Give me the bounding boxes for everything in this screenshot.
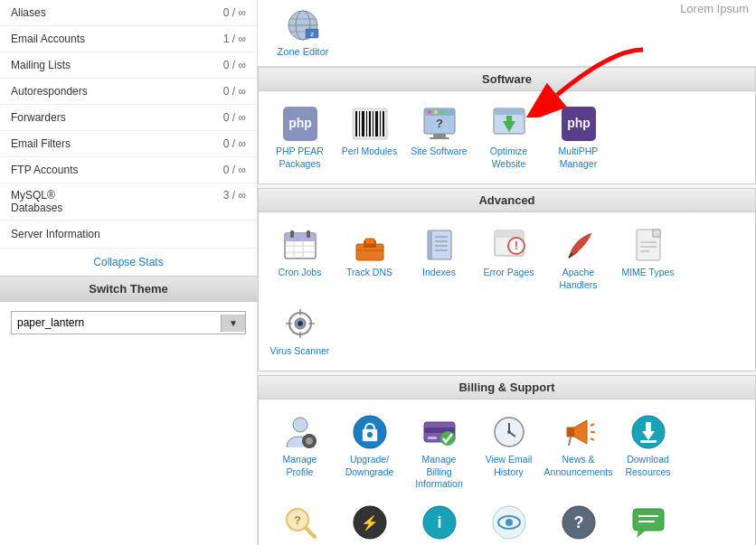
svg-line-95 <box>591 438 594 440</box>
svg-text:?: ? <box>573 513 583 531</box>
theme-select[interactable]: paper_lantern <box>12 312 221 334</box>
view-billing-item[interactable]: i View BillingInformation <box>405 499 473 545</box>
mailing-lists-label: Mailing Lists <box>11 59 71 71</box>
theme-select-arrow-icon: ▼ <box>221 315 245 332</box>
svg-text:php: php <box>288 116 312 130</box>
upgrade-downgrade-icon <box>351 413 389 451</box>
view-email-history-item[interactable]: View EmailHistory <box>475 409 543 495</box>
theme-select-container[interactable]: paper_lantern ▼ <box>11 311 246 334</box>
mime-types-item[interactable]: MIME Types <box>614 221 682 296</box>
apache-handlers-item[interactable]: ApacheHandlers <box>544 221 612 296</box>
view-support-tickets-item[interactable]: ? View SupportTickets <box>544 499 612 545</box>
error-pages-item[interactable]: ! Error Pages <box>475 221 543 296</box>
email-accounts-label: Email Accounts <box>11 33 85 45</box>
track-dns-label: Track DNS <box>346 267 392 279</box>
svg-marker-114 <box>637 531 646 538</box>
svg-line-96 <box>569 437 571 446</box>
zone-editor-item[interactable]: Z Zone Editor <box>271 7 335 57</box>
svg-point-24 <box>440 110 444 114</box>
check-network-icon: ⚡ <box>351 503 389 541</box>
view-support-icon: ? <box>560 503 598 541</box>
svg-rect-13 <box>362 111 364 136</box>
svg-text:?: ? <box>294 513 301 527</box>
email-filters-count: 0 / ∞ <box>223 137 246 150</box>
indexes-item[interactable]: Indexes <box>405 221 473 296</box>
download-resources-item[interactable]: DownloadResources <box>614 409 682 495</box>
svg-rect-17 <box>375 111 378 136</box>
mime-types-label: MIME Types <box>621 267 674 279</box>
advanced-body: Cron Jobs Track DNS <box>258 211 756 371</box>
main-content: Lorem Ipsum Z Zone Editor <box>258 0 756 545</box>
advanced-section: Advanced <box>258 188 756 371</box>
site-software-item[interactable]: ? Site Software <box>405 100 473 174</box>
virus-scanner-item[interactable]: Virus Scanner <box>266 300 334 362</box>
forwarders-label: Forwarders <box>11 111 66 124</box>
search-knowledgebase-item[interactable]: ? Search ourKnowledgebase <box>266 499 334 545</box>
cron-jobs-item[interactable]: Cron Jobs <box>266 221 334 296</box>
server-information[interactable]: Server Information <box>0 221 257 249</box>
open-ticket-item[interactable]: Open Ticket <box>614 499 682 545</box>
perl-modules-icon <box>351 105 389 143</box>
apache-handlers-label: ApacheHandlers <box>559 267 597 291</box>
virus-scanner-label: Virus Scanner <box>270 345 330 358</box>
sidebar-row-autoresponders: Autoresponders 0 / ∞ <box>0 79 257 105</box>
search-knowledgebase-icon: ? <box>281 503 319 541</box>
svg-text:⚡: ⚡ <box>361 514 379 531</box>
svg-text:?: ? <box>436 117 443 130</box>
billing-support-section: Billing & Support <box>258 375 756 545</box>
svg-line-102 <box>306 528 315 537</box>
cron-jobs-icon <box>281 226 319 264</box>
view-invoice-history-item[interactable]: View InvoiceHistory <box>475 499 543 545</box>
switch-theme-header: Switch Theme <box>0 276 257 302</box>
upgrade-downgrade-item[interactable]: Upgrade/Downgrade <box>335 409 403 495</box>
view-email-history-icon <box>490 413 528 451</box>
svg-rect-12 <box>359 111 360 136</box>
php-pear-icon: php <box>281 105 319 143</box>
upgrade-downgrade-label: Upgrade/Downgrade <box>345 454 394 478</box>
advanced-header: Advanced <box>258 188 756 211</box>
svg-rect-37 <box>307 230 310 238</box>
svg-point-90 <box>507 430 511 434</box>
aliases-label: Aliases <box>11 6 46 19</box>
view-email-history-label: View EmailHistory <box>486 454 533 478</box>
svg-rect-74 <box>302 440 306 443</box>
svg-rect-26 <box>433 134 446 137</box>
news-announcements-item[interactable]: News &Announcements <box>544 409 612 495</box>
zone-editor-label: Zone Editor <box>278 46 329 57</box>
svg-rect-99 <box>646 422 651 433</box>
sidebar-row-forwarders: Forwarders 0 / ∞ <box>0 105 257 131</box>
svg-rect-85 <box>428 437 437 439</box>
svg-line-93 <box>591 424 594 426</box>
sidebar: Aliases 0 / ∞ Email Accounts 1 / ∞ Maili… <box>0 0 258 545</box>
track-dns-item[interactable]: Track DNS <box>335 221 403 296</box>
news-icon <box>560 413 598 451</box>
manage-profile-item[interactable]: ManageProfile <box>266 409 334 495</box>
svg-point-82 <box>367 432 373 437</box>
svg-point-23 <box>434 110 438 114</box>
svg-rect-14 <box>366 111 367 136</box>
manage-billing-label: ManageBillingInformation <box>415 454 463 491</box>
download-resources-label: DownloadResources <box>625 454 670 478</box>
optimize-website-label: OptimizeWebsite <box>490 146 527 170</box>
view-invoice-icon <box>490 503 528 541</box>
svg-point-64 <box>298 321 303 326</box>
svg-rect-35 <box>285 233 316 241</box>
perl-modules-item[interactable]: Perl Modules <box>335 100 403 174</box>
manage-profile-label: ManageProfile <box>283 454 317 478</box>
manage-billing-icon <box>421 413 458 451</box>
sidebar-row-email-accounts: Email Accounts 1 / ∞ <box>0 26 257 52</box>
view-billing-icon: i <box>421 503 458 541</box>
manage-billing-item[interactable]: ManageBillingInformation <box>405 409 473 495</box>
lorem-ipsum-watermark: Lorem Ipsum <box>680 2 749 15</box>
ftp-accounts-label: FTP Accounts <box>11 164 78 176</box>
software-body: php PHP PEARPackages <box>258 90 756 184</box>
multiphp-manager-item[interactable]: php MultiPHPManager <box>544 100 612 174</box>
optimize-website-item[interactable]: OptimizeWebsite <box>475 100 543 174</box>
apache-handlers-icon <box>560 226 598 264</box>
collapse-stats-link[interactable]: Collapse Stats <box>0 249 257 276</box>
check-network-status-item[interactable]: ⚡ CheckNetworkStatus <box>335 499 403 545</box>
php-pear-packages-item[interactable]: php PHP PEARPackages <box>266 100 334 174</box>
aliases-count: 0 / ∞ <box>223 6 246 19</box>
php-pear-label: PHP PEARPackages <box>276 146 324 170</box>
svg-rect-27 <box>430 137 449 139</box>
